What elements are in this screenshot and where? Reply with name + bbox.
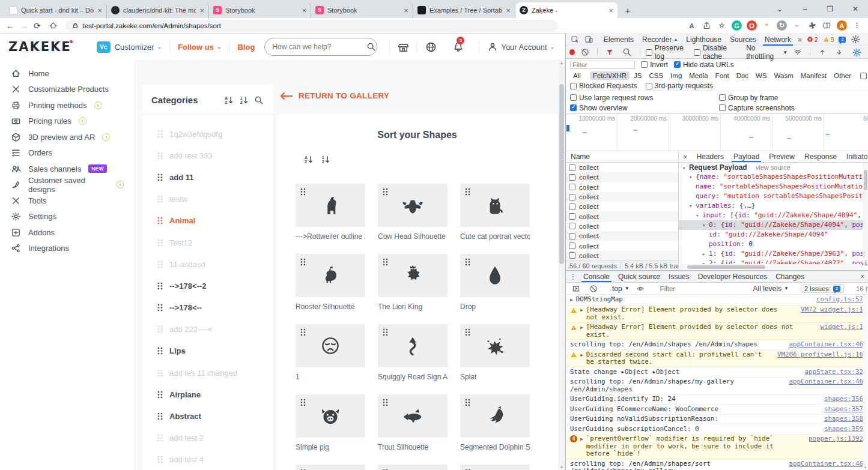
drag-handle-icon[interactable] xyxy=(300,328,306,336)
drag-handle-icon[interactable] xyxy=(157,347,163,355)
translate-icon[interactable]: A xyxy=(687,20,697,31)
network-filter-input[interactable] xyxy=(570,61,635,69)
payload-tree-row[interactable]: ▾input: [{id: "guid://Zakeke/Shape/4094"… xyxy=(679,211,868,220)
expand-triangle-icon[interactable]: ▶ xyxy=(580,324,583,332)
payload-hscrollbar[interactable] xyxy=(680,264,862,270)
shape-tile[interactable] xyxy=(378,394,448,438)
reload-icon[interactable]: ⟳ xyxy=(34,21,41,31)
drag-handle-icon[interactable] xyxy=(157,282,163,290)
category-item[interactable]: Lips xyxy=(151,340,264,362)
detail-tab-headers[interactable]: Headers xyxy=(692,151,729,162)
console-menu-kebab-icon[interactable]: ⋮ xyxy=(567,273,579,281)
drag-handle-icon[interactable] xyxy=(157,456,163,463)
request-checkbox[interactable] xyxy=(569,252,575,259)
ext-asterisk-icon[interactable]: * xyxy=(762,20,772,31)
shape-tile[interactable] xyxy=(378,184,448,227)
console-message[interactable]: !▶Discarded second start call: profitwel… xyxy=(566,350,868,367)
request-filter-chip[interactable]: Manifest xyxy=(798,71,830,80)
search-icon[interactable] xyxy=(620,47,634,57)
clear-console-icon[interactable] xyxy=(587,285,600,293)
help-search[interactable] xyxy=(264,38,377,56)
source-link[interactable]: appContainer.tsx:46 xyxy=(789,341,863,349)
profile-avatar[interactable]: A xyxy=(837,20,847,31)
category-item[interactable]: add test 4 xyxy=(151,449,264,470)
network-settings-gear-icon[interactable] xyxy=(849,47,864,58)
payload-tree-row[interactable]: ▾0: {id: "guid://Zakeke/Shape/4094", pos… xyxy=(679,220,868,230)
search-icon[interactable] xyxy=(366,42,376,52)
shape-tile[interactable] xyxy=(460,394,530,438)
console-tab-developer-resources[interactable]: Developer Resources xyxy=(694,271,771,282)
console-filter-input[interactable] xyxy=(659,285,749,293)
payload-vscrollbar[interactable] xyxy=(863,163,868,261)
request-checkbox[interactable] xyxy=(569,233,575,240)
drag-handle-icon[interactable] xyxy=(157,152,163,160)
source-link[interactable]: shapes:357 xyxy=(824,406,863,414)
source-link[interactable]: shapes:358 xyxy=(824,415,863,423)
close-window-icon[interactable]: ✕ xyxy=(843,5,868,13)
browser-tab[interactable]: SStorybook× xyxy=(209,2,311,18)
source-link[interactable]: appContainer.tsx:46 xyxy=(789,378,863,386)
shape-tile[interactable] xyxy=(296,254,365,297)
browser-tab[interactable]: ZZakeke -× xyxy=(515,2,618,18)
shape-tile[interactable] xyxy=(460,324,530,367)
drag-handle-icon[interactable] xyxy=(157,434,163,442)
payload-tree-row[interactable]: query: "mutation sortableShapesShapesPos… xyxy=(679,191,868,201)
category-item[interactable]: add 11 xyxy=(151,166,264,188)
return-to-gallery-link[interactable]: RETURN TO GALLERY xyxy=(280,91,389,100)
console-message[interactable]: 4▶`preventOverflow` modifier is required… xyxy=(566,435,868,460)
request-filter-chip[interactable]: All xyxy=(570,71,584,80)
network-conditions-icon[interactable] xyxy=(791,48,804,56)
request-row[interactable]: collect xyxy=(566,241,678,250)
drag-handle-icon[interactable] xyxy=(157,325,163,333)
sidebar-item-customizable-products[interactable]: Customizable Products xyxy=(0,82,135,98)
browser-menu-kebab-icon[interactable]: ⋮ xyxy=(852,20,862,31)
third-party-checkbox[interactable]: 3rd-party requests xyxy=(646,82,713,90)
sidebar-item-tools[interactable]: Tools xyxy=(0,193,135,209)
account-menu[interactable]: Your Account ⌄ xyxy=(487,41,554,52)
notifications-bell[interactable]: 5 xyxy=(452,41,464,53)
sidebar-item-home[interactable]: Home xyxy=(0,65,135,82)
console-message[interactable]: State change ▸Object ▸ObjectappState.tsx… xyxy=(566,367,868,378)
source-link[interactable]: VM72 widget.js:1 xyxy=(801,306,863,314)
drag-handle-icon[interactable] xyxy=(157,391,163,399)
devtools-tab-elements[interactable]: Elements xyxy=(599,33,638,46)
payload-tree-row[interactable]: ▸1: {id: "guid://Zakeke/Shape/3963", pos… xyxy=(679,249,868,259)
context-select[interactable]: top▼ xyxy=(612,285,630,293)
request-checkbox[interactable] xyxy=(569,213,575,220)
console-message[interactable]: !▶[Headway Error] Element provided by se… xyxy=(566,323,868,340)
shape-tile[interactable] xyxy=(378,254,448,297)
console-message[interactable]: UserGuiding subscriptionCancel: 0shapes:… xyxy=(566,424,868,435)
browser-tab[interactable]: Examples / Tree / Sortable - Colla× xyxy=(413,2,515,18)
detail-tab-initiator[interactable]: Initiator xyxy=(842,151,868,162)
sort-alpha-icon[interactable]: AZ xyxy=(224,95,234,105)
drag-handle-icon[interactable] xyxy=(383,188,388,196)
console-message[interactable]: scrolling top: /en/Admin/shapes /en/Admi… xyxy=(566,340,868,351)
tab-search-chevron-icon[interactable]: ⌄ xyxy=(767,5,792,13)
sidebar-item-sales-channels[interactable]: Sales channelsNEW xyxy=(0,161,135,177)
info-icon[interactable]: i xyxy=(94,101,102,109)
category-item[interactable]: Airplane xyxy=(151,384,264,405)
sort-numeric-icon[interactable]: 12 xyxy=(321,155,330,164)
more-tabs-icon[interactable]: » xyxy=(795,35,804,44)
category-item[interactable]: add test 333 xyxy=(151,145,264,166)
url-bar[interactable]: test-portal.zakeke.com/en/Admin/shapes/s… xyxy=(65,20,558,32)
errors-badge-icon[interactable]: 2 xyxy=(804,36,821,43)
payload-tree-row[interactable]: ▾Request Payloadview source xyxy=(679,163,868,172)
search-icon[interactable] xyxy=(254,95,264,105)
tab-close-icon[interactable]: × xyxy=(199,6,204,15)
warnings-badge-icon[interactable]: !9 xyxy=(821,36,837,43)
large-rows-checkbox[interactable]: Use large request rows xyxy=(570,94,653,102)
expand-triangle-icon[interactable]: ▾ xyxy=(702,220,709,230)
shape-tile[interactable] xyxy=(296,324,365,367)
category-item[interactable]: -->178<--2 xyxy=(151,275,264,297)
drag-handle-icon[interactable] xyxy=(465,258,470,266)
devtools-menu-kebab-icon[interactable]: ⋮ xyxy=(863,35,868,44)
expand-triangle-icon[interactable]: ▾ xyxy=(689,201,696,211)
new-tab-button[interactable]: + xyxy=(620,2,636,18)
drag-handle-icon[interactable] xyxy=(157,412,163,420)
source-link[interactable]: VM206 profitwell.js:16 xyxy=(777,351,863,359)
source-link[interactable]: widget.js:1 xyxy=(820,324,863,331)
close-detail-icon[interactable]: × xyxy=(679,152,692,161)
sidebar-item-orders[interactable]: Orders xyxy=(0,145,135,161)
payload-tree-row[interactable]: ▾variables: {,…} xyxy=(679,201,868,211)
